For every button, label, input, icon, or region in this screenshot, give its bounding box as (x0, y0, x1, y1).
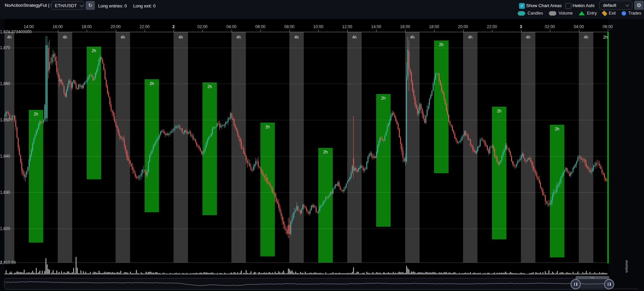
chevron-down-icon (80, 3, 83, 7)
area-4h-label: 4h (121, 35, 125, 40)
x-axis-tick-label: 08:00 (284, 24, 294, 29)
legend-label: Volume (559, 11, 573, 16)
y-axis-top-label: 1,874.373400000 (0, 29, 31, 34)
y-axis-tick-label: 1,860 (0, 81, 10, 86)
gear-icon: ⚙ (637, 2, 641, 8)
area-2h-label: 2h (555, 127, 559, 131)
exit-swatch-icon (602, 10, 607, 16)
x-axis-tick-label: 04:00 (226, 24, 236, 29)
plot-settings-button[interactable]: ⚙ (634, 1, 644, 10)
legend-item-candles[interactable]: Candles (518, 11, 543, 16)
legend-item-exit[interactable]: Exit (603, 11, 616, 16)
x-axis-tick-label: 16:00 (400, 24, 410, 29)
legend-item-entry[interactable]: Entry (579, 11, 597, 16)
volume-swatch-icon (549, 11, 556, 16)
area-4h-label: 4h (7, 35, 12, 40)
x-axis-tick-label: 06:00 (255, 24, 265, 29)
chevron-down-icon (625, 3, 629, 6)
legend-item-trades[interactable]: Trades (622, 11, 641, 16)
area-4h-label: 4h (352, 35, 357, 40)
x-axis-tick-label: 22:00 (139, 24, 150, 29)
area-4h-label: 4h (410, 35, 414, 40)
area-2h-label: 2h (34, 112, 38, 117)
area-4h-label: 4h (584, 35, 588, 40)
x-axis-tick-label: 18:00 (82, 24, 92, 29)
y-axis-bottom-label: 1,810.59 (0, 260, 16, 265)
area-2h-label: 2h (603, 35, 607, 40)
pair-select-value: ETH/USDT (55, 3, 77, 8)
trade-stats: Long entries: 0 Long exit: 0 (98, 3, 155, 8)
price-chart-canvas[interactable] (0, 0, 644, 291)
range-slider-grip[interactable] (576, 276, 609, 279)
x-axis-tick-label: 04:00 (574, 24, 584, 29)
y-axis-tick-label: 1,870 (0, 45, 10, 50)
area-4h-label: 4h (526, 35, 530, 40)
x-axis-tick-label: 2 (172, 24, 175, 29)
x-axis-tick-label: 3 (520, 24, 522, 29)
x-axis-tick-label: 02:00 (545, 24, 555, 29)
plot-config-value: default (603, 3, 616, 8)
area-2h-label: 2h (92, 48, 96, 53)
legend-label: Exit (609, 11, 616, 16)
area-4h-label: 4h (63, 35, 67, 40)
area-4h-label: 4h (294, 35, 299, 40)
show-chart-areas-label: Show Chart Areas (526, 3, 562, 8)
x-axis-tick-label: 14:00 (24, 24, 34, 29)
strategy-title: NoActionStrategyFut | 5m (5, 3, 57, 8)
x-axis-tick-label: 06:00 (603, 24, 613, 29)
x-axis-tick-label: 12:00 (342, 24, 352, 29)
y-axis-tick-label: 1,850 (0, 118, 10, 122)
refresh-icon: ↻ (88, 2, 92, 8)
area-4h-label: 4h (468, 35, 472, 40)
y-axis-tick-label: 1,820 (0, 226, 10, 231)
range-slider[interactable] (4, 278, 611, 290)
area-2h-label: 2h (323, 150, 328, 154)
entry-swatch-icon (579, 11, 585, 15)
area-2h-label: 2h (497, 109, 501, 113)
x-axis-tick-label: 20:00 (110, 24, 121, 29)
range-slider-axis-line (611, 289, 638, 289)
pair-select[interactable]: ETH/USDT (51, 1, 84, 10)
x-axis-tick-label: 18:00 (429, 24, 439, 29)
long-exit-stat: Long exit: 0 (133, 3, 155, 8)
legend-label: Entry (587, 11, 597, 16)
heikin-ashi-checkbox[interactable]: ✓ (565, 3, 571, 9)
x-axis-tick-label: 02:00 (197, 24, 208, 29)
area-2h-label: 2h (381, 96, 386, 101)
range-slider-right-handle[interactable] (604, 279, 614, 289)
refresh-button[interactable]: ↻ (86, 1, 95, 10)
area-4h-label: 4h (236, 35, 241, 40)
range-slider-minimap[interactable] (4, 278, 610, 289)
x-axis-tick-label: 10:00 (313, 24, 323, 29)
area-2h-label: 2h (265, 125, 270, 129)
long-entries-stat: Long entries: 0 (98, 3, 127, 8)
legend-label: Trades (628, 11, 641, 16)
chart-legend: CandlesVolumeEntryExitTrades (518, 11, 641, 16)
area-4h-label: 4h (178, 35, 183, 40)
area-2h-label: 2h (439, 42, 444, 47)
top-bar: NoActionStrategyFut | 5m ETH/USDT ↻ Long… (0, 0, 644, 19)
x-axis-tick-label: 20:00 (458, 24, 468, 29)
candles-swatch-icon (518, 11, 525, 16)
x-axis-tick-label: 16:00 (52, 24, 63, 29)
trades-swatch-icon (622, 11, 626, 16)
y-axis-tick-label: 1,840 (0, 154, 10, 159)
plot-config-select[interactable]: default (599, 1, 632, 10)
x-axis-tick-label: 22:00 (487, 24, 497, 29)
range-slider-left-handle[interactable] (571, 279, 581, 289)
heikin-ashi-label: Heikin Ashi (573, 3, 594, 8)
x-axis-tick-label: 14:00 (371, 24, 381, 29)
legend-item-volume[interactable]: Volume (549, 11, 573, 16)
volume-axis-label: volume (624, 251, 628, 273)
y-axis-tick-label: 1,830 (0, 190, 10, 195)
y-axis-bottom-label-suffix: 2 (0, 260, 2, 265)
legend-label: Candles (528, 11, 543, 16)
area-2h-label: 2h (150, 81, 154, 86)
area-2h-label: 2h (208, 84, 212, 89)
show-chart-areas-checkbox[interactable]: ✓ (519, 3, 525, 9)
